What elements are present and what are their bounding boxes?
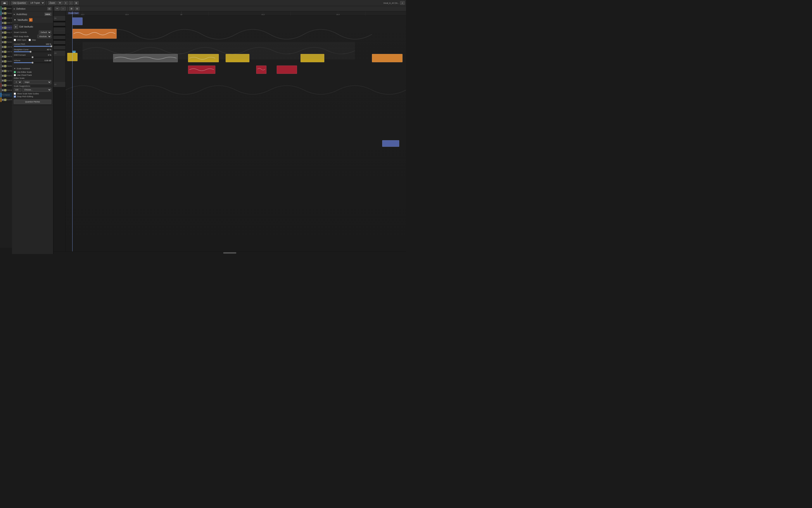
variaudio-play-btn[interactable]: ▶	[14, 25, 18, 29]
mute-btn[interactable]: M	[2, 84, 4, 86]
use-chord-track-row[interactable]: Use Chord Track	[14, 74, 51, 76]
mute-btn[interactable]: M	[2, 70, 4, 72]
piano-key-d4[interactable]	[53, 23, 65, 26]
track-oohs[interactable]: M S Oohs and A	[0, 88, 12, 93]
piano-key-as4[interactable]	[53, 44, 65, 46]
track-phasey[interactable]: M S Phasey Gu	[0, 11, 12, 16]
track-guitars[interactable]: M S Guitars	[0, 6, 12, 11]
note-blue-bottom-right[interactable]	[382, 140, 399, 147]
editor-tool-4[interactable]: ⊟	[75, 7, 80, 10]
mute-btn[interactable]: M	[2, 89, 4, 91]
mute-btn[interactable]: M	[2, 99, 4, 101]
track-delay[interactable]: M S Delay Thro	[0, 30, 12, 35]
piano-key-c4[interactable]: C4	[53, 16, 65, 21]
track-hr[interactable]: M S High Resp	[0, 69, 12, 73]
suggestions-dropdown[interactable]: Choose...	[22, 88, 51, 92]
show-scale-notes-checkbox[interactable]	[14, 93, 16, 95]
piano-key-c3[interactable]: C3	[53, 51, 65, 56]
scale-key-dropdown[interactable]: C	[14, 80, 22, 84]
solo-btn[interactable]: S	[4, 89, 6, 91]
solo-btn[interactable]: S	[4, 22, 6, 24]
mute-btn[interactable]: M	[2, 41, 4, 43]
straighten-curve-thumb[interactable]	[30, 51, 32, 53]
solo-btn[interactable]: S	[4, 70, 6, 72]
track-fv2[interactable]: M S Falsetto Vo	[0, 64, 12, 69]
note-area[interactable]: Event Start 13.3 13.4 14 14.2 14.4	[66, 11, 406, 251]
straighten-curve-track[interactable]	[14, 51, 51, 52]
solo-btn[interactable]: S	[4, 65, 6, 67]
solo-btn[interactable]: S	[4, 36, 6, 38]
track-lead1[interactable]: M S LEAD Voca	[0, 20, 12, 25]
piano-key-f4[interactable]	[53, 31, 65, 34]
correct-pitch-thumb[interactable]	[50, 45, 52, 47]
mute-btn[interactable]: M	[2, 32, 4, 34]
quantize-dropdown[interactable]: 1/8 Triplet	[29, 1, 45, 5]
piano-key-fs4[interactable]	[53, 34, 65, 36]
solo-btn[interactable]: S	[4, 12, 6, 14]
track-vc2[interactable]: M S Vocal Cho	[0, 78, 12, 83]
mute-btn[interactable]: M	[2, 80, 4, 82]
use-chord-track-radio[interactable]	[14, 74, 16, 76]
note-orange-main[interactable]	[72, 29, 117, 39]
solo-btn[interactable]: S	[4, 46, 6, 48]
piano-key-c2[interactable]: C2	[53, 82, 65, 87]
editor-scrollbar[interactable]	[53, 251, 406, 254]
solo-btn[interactable]: S	[4, 32, 6, 34]
zoom-btn[interactable]: Zoom	[48, 1, 57, 5]
solo-btn[interactable]: S	[4, 55, 6, 58]
use-editor-scale-row[interactable]: Use Editor Scale	[14, 71, 51, 73]
note-purple[interactable]	[72, 17, 83, 25]
solo-btn[interactable]: S	[4, 75, 6, 77]
track-verse[interactable]: M S Verse Guit	[0, 16, 12, 20]
piano-key-g4[interactable]	[53, 36, 65, 39]
note-red-1[interactable]	[188, 66, 215, 74]
editor-tool-1[interactable]: ✂	[55, 7, 59, 10]
correct-pitch-track[interactable]	[14, 46, 51, 47]
solo-btn[interactable]: S	[4, 17, 6, 19]
editor-tool-2[interactable]: ↔	[60, 7, 66, 10]
toolbar-btn-1[interactable]: ◀▶	[1, 1, 8, 5]
piano-key-a4[interactable]	[53, 41, 65, 44]
quantize-pitches-btn[interactable]: Quantize Pitches	[14, 99, 51, 104]
variaudio-header[interactable]: ▼ VariAudio V	[12, 17, 53, 23]
solo-btn[interactable]: S	[4, 60, 6, 62]
piano-key-ds4[interactable]	[53, 26, 65, 28]
editor-tool-3[interactable]: ⊞	[69, 7, 74, 10]
mute-btn[interactable]: M	[2, 75, 4, 77]
toolbar-icon-1[interactable]: 👁	[57, 1, 63, 5]
mute-btn[interactable]: M	[2, 60, 4, 62]
definition-header[interactable]: ▶ Definition ⊞	[12, 6, 53, 11]
piano-key-e4[interactable]	[53, 28, 65, 31]
solo-btn[interactable]: S	[4, 27, 6, 29]
track-lv2[interactable]: M S Lead Voca	[0, 49, 12, 54]
track-fv1[interactable]: M S Falsetto Vo	[0, 59, 12, 64]
toolbar-icon-4[interactable]: ⊞	[74, 1, 79, 5]
shift-formant-track[interactable]	[14, 57, 51, 58]
mute-btn[interactable]: M	[2, 27, 4, 29]
scale-type-dropdown[interactable]: Major	[23, 80, 51, 84]
piano-key-cs4[interactable]	[53, 21, 65, 23]
mute-btn[interactable]: M	[2, 51, 4, 53]
solo-btn[interactable]: S	[4, 84, 6, 86]
solo-btn[interactable]: S	[4, 7, 6, 10]
solo-btn[interactable]: S	[4, 41, 6, 43]
mute-btn[interactable]: M	[2, 12, 4, 14]
snap-pitch-checkbox[interactable]	[14, 95, 16, 98]
mute-btn[interactable]: M	[2, 55, 4, 58]
pitch-snap-dropdown[interactable]: Absolute	[37, 35, 51, 38]
audiowarp-expand-btn[interactable]: ▶▶▶	[45, 13, 51, 16]
audiowarp-header[interactable]: ▶ AudioWarp ▶▶▶	[12, 11, 53, 17]
suggestions-value-input[interactable]	[14, 88, 22, 91]
track-drum[interactable]: M S Drum Para	[0, 97, 12, 102]
note-red-3[interactable]	[277, 66, 297, 74]
track-vc1[interactable]: M S Vocal Cho	[0, 73, 12, 78]
note-orange-right[interactable]	[372, 54, 402, 62]
step-checkbox[interactable]	[29, 39, 31, 41]
track-fx[interactable]: FX Channel	[0, 93, 12, 97]
volume-track[interactable]	[14, 62, 51, 63]
shift-formant-thumb[interactable]	[32, 56, 33, 58]
scrollbar-track[interactable]	[54, 252, 405, 254]
scrollbar-thumb[interactable]	[223, 252, 236, 254]
use-editor-scale-radio[interactable]	[14, 71, 16, 73]
piano-key-b4[interactable]	[53, 46, 65, 49]
